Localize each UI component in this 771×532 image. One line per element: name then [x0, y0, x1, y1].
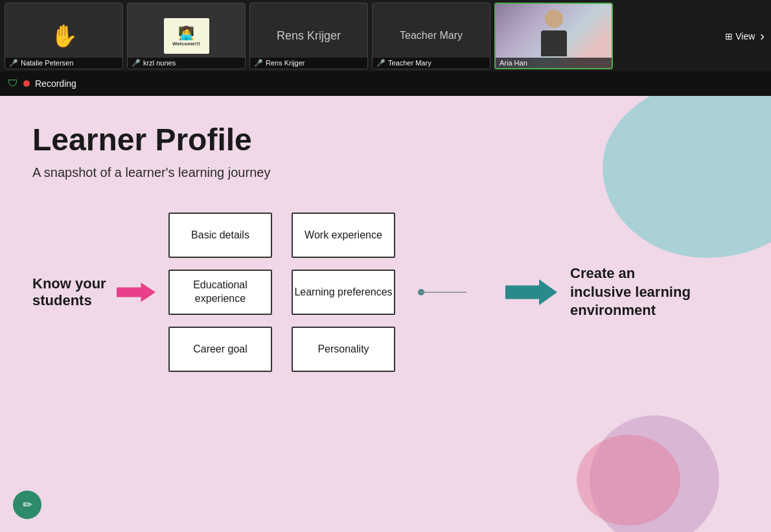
- recording-bar: 🛡 Recording: [0, 71, 771, 96]
- teacher-mary-display-name: Teacher Mary: [400, 30, 463, 41]
- box-basic-details-label: Basic details: [191, 229, 249, 242]
- krzl-name-bar: 🎤 krzl nunes: [128, 58, 245, 69]
- box-career-goal-label: Career goal: [193, 343, 247, 356]
- natalie-name-bar: 🎤 Natalie Petersen: [5, 58, 122, 69]
- aria-silhouette: [535, 10, 573, 62]
- box-personality: Personality: [292, 327, 395, 372]
- natalie-mic-icon: 🎤: [9, 59, 18, 67]
- svg-marker-0: [117, 283, 155, 302]
- participant-tile-aria[interactable]: Aria Han: [494, 3, 613, 69]
- aria-name-bar: Aria Han: [496, 58, 612, 68]
- box-educational-experience-label: Educational experience: [170, 279, 271, 306]
- box-learning-preferences: Learning preferences: [292, 270, 395, 315]
- aria-body: [541, 30, 567, 56]
- connector-line-svg: [415, 273, 492, 312]
- rens-name-bar: 🎤 Rens Krijger: [250, 58, 367, 69]
- diagram: Know your students Basic details Work ex…: [32, 213, 739, 372]
- aria-name: Aria Han: [500, 59, 527, 67]
- box-work-experience: Work experience: [292, 213, 395, 258]
- rens-mic-icon: 🎤: [254, 59, 263, 67]
- view-label: View: [735, 30, 755, 41]
- pink-arrow-icon: [117, 279, 155, 305]
- box-basic-details: Basic details: [168, 213, 272, 258]
- teal-arrow-icon: [505, 276, 557, 308]
- slide-content: Learner Profile A snapshot of a learner'…: [0, 96, 771, 532]
- box-learning-preferences-label: Learning preferences: [294, 286, 392, 299]
- slide-subtitle: A snapshot of a learner's learning journ…: [32, 165, 739, 180]
- raise-hand-emoji: ✋: [51, 23, 78, 49]
- slide-area: Learner Profile A snapshot of a learner'…: [0, 96, 771, 532]
- grid-icon: ⊞: [725, 30, 733, 41]
- create-inclusive-label: Create an inclusive learning environment: [570, 264, 700, 320]
- teacher-mary-name-bar: 🎤 Teacher Mary: [373, 58, 490, 69]
- natalie-name: Natalie Petersen: [21, 59, 73, 67]
- chevron-right-icon: ›: [760, 29, 765, 43]
- recording-text: Recording: [35, 78, 76, 89]
- krzl-name: krzl nunes: [143, 59, 176, 67]
- box-personality-label: Personality: [317, 343, 369, 356]
- know-students-line1: Know your: [32, 275, 106, 292]
- participant-tile-natalie[interactable]: ✋ 🎤 Natalie Petersen: [5, 3, 123, 69]
- svg-marker-3: [505, 279, 557, 305]
- participant-tile-rens[interactable]: Rens Krijger 🎤 Rens Krijger: [249, 3, 368, 69]
- connector-area: [415, 273, 492, 312]
- shield-icon: 🛡: [8, 78, 18, 89]
- krzl-mic-icon: 🎤: [132, 59, 141, 67]
- aria-head: [545, 10, 563, 28]
- boxes-grid: Basic details Work experience Educationa…: [168, 213, 395, 372]
- view-button[interactable]: ⊞ View ›: [725, 29, 765, 43]
- slide-title: Learner Profile: [32, 122, 739, 157]
- teacher-mary-name: Teacher Mary: [388, 59, 432, 67]
- top-bar: ✋ 🎤 Natalie Petersen 👩‍💻 Welcome!!! 🎤 kr…: [0, 0, 771, 71]
- box-work-experience-label: Work experience: [305, 229, 382, 242]
- rens-display-name: Rens Krijger: [277, 29, 341, 43]
- box-educational-experience: Educational experience: [168, 270, 272, 315]
- recording-dot: [23, 80, 30, 87]
- rens-name: Rens Krijger: [266, 59, 305, 67]
- edit-button[interactable]: ✏: [13, 491, 41, 519]
- know-students-label: Know your students: [32, 275, 110, 310]
- box-career-goal: Career goal: [168, 327, 272, 372]
- participant-tile-teacher-mary[interactable]: Teacher Mary 🎤 Teacher Mary: [372, 3, 490, 69]
- krzl-welcome-card: 👩‍💻 Welcome!!!: [164, 18, 209, 54]
- know-students-line2: students: [32, 292, 92, 309]
- participants-strip: ✋ 🎤 Natalie Petersen 👩‍💻 Welcome!!! 🎤 kr…: [0, 0, 617, 71]
- pencil-icon: ✏: [23, 498, 32, 512]
- participant-tile-krzl[interactable]: 👩‍💻 Welcome!!! 🎤 krzl nunes: [127, 3, 246, 69]
- teacher-mary-mic-icon: 🎤: [376, 59, 386, 67]
